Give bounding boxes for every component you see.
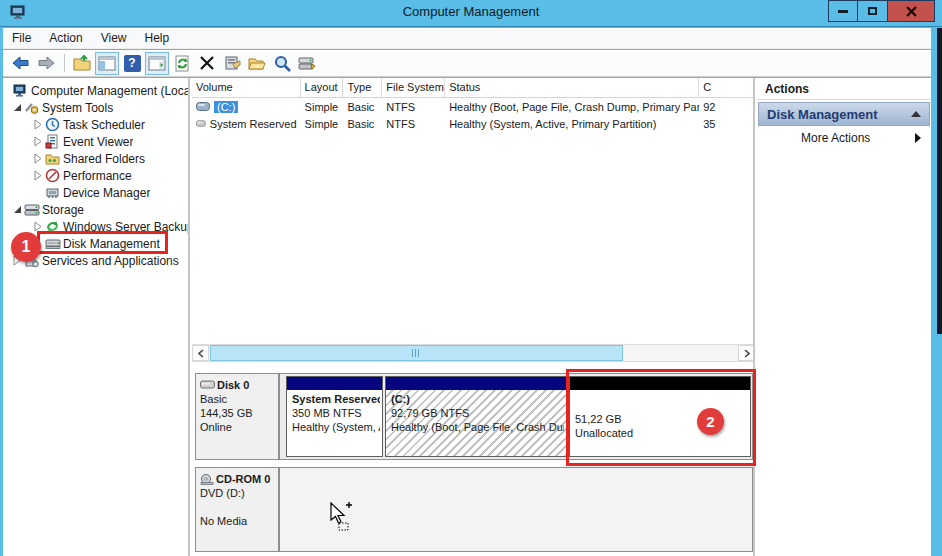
volume-row-c[interactable]: (C:) Simple Basic NTFS Healthy (Boot, Pa… — [192, 98, 753, 115]
collapsed-arrow-icon[interactable] — [31, 136, 45, 147]
column-header-file-system[interactable]: File System — [382, 78, 445, 97]
expanded-arrow-icon[interactable] — [10, 205, 24, 214]
volume-name: System Reserved — [210, 118, 297, 130]
expanded-arrow-icon[interactable] — [10, 103, 24, 112]
volume-status: Healthy (System, Active, Primary Partiti… — [445, 118, 699, 130]
partition-system-reserved[interactable]: System Reserved 350 MB NTFS Healthy (Sys… — [286, 376, 383, 457]
show-console-tree-button[interactable] — [95, 52, 119, 75]
column-header-status[interactable]: Status — [445, 78, 699, 97]
collapsed-arrow-icon[interactable] — [31, 170, 45, 181]
more-actions-item[interactable]: More Actions — [757, 128, 931, 148]
annotation-badge-1: 1 — [11, 232, 41, 262]
device-manager-icon — [45, 185, 63, 200]
volume-status: Healthy (Boot, Page File, Crash Dump, Pr… — [445, 101, 699, 113]
disk-management-toolbar-button[interactable] — [295, 52, 319, 75]
actions-section-disk-management[interactable]: Disk Management — [758, 102, 930, 126]
scroll-left-button[interactable] — [192, 345, 209, 361]
cdrom-status: No Media — [200, 514, 275, 528]
column-header-volume[interactable]: Volume — [192, 78, 301, 97]
menu-file[interactable]: File — [3, 28, 40, 48]
horizontal-scrollbar[interactable] — [192, 344, 755, 362]
disk0-name: Disk 0 — [217, 378, 249, 392]
toolbar-separator — [64, 54, 65, 72]
tree-item-shared-folders[interactable]: Shared Folders — [3, 150, 188, 167]
partition-status: Healthy (Boot, Page File, Crash Dump, Pr… — [391, 420, 564, 434]
search-icon — [274, 55, 291, 72]
properties-icon — [224, 55, 241, 71]
menu-action[interactable]: Action — [40, 28, 91, 48]
delete-icon — [200, 56, 214, 70]
volume-and-disk-pane: Volume Layout Type File System Status C … — [192, 78, 755, 556]
volume-icon — [196, 102, 210, 111]
open-folder-button[interactable] — [245, 52, 269, 75]
disk0-type: Basic — [200, 392, 275, 406]
collapsed-arrow-icon[interactable] — [31, 119, 45, 130]
cdrom-drive-letter: DVD (D:) — [200, 486, 275, 500]
tree-item-event-viewer[interactable]: Event Viewer — [3, 133, 188, 150]
cdrom-label[interactable]: CD-ROM 0 DVD (D:) No Media — [195, 467, 279, 552]
forward-icon — [37, 56, 55, 70]
annotation-badge-2: 2 — [697, 408, 724, 435]
scroll-right-button[interactable] — [738, 345, 755, 361]
partition-color-bar — [287, 377, 382, 390]
tree-item-device-manager[interactable]: Device Manager — [3, 184, 188, 201]
actions-pane: Actions Disk Management More Actions — [757, 78, 931, 556]
refresh-icon — [174, 55, 191, 72]
volume-capacity: 35 — [699, 118, 753, 130]
tree-item-computer-management[interactable]: Computer Management (Local) — [3, 82, 188, 99]
partition-color-bar — [386, 377, 566, 390]
minimize-button[interactable] — [828, 0, 858, 22]
column-header-capacity[interactable]: C — [699, 78, 753, 97]
volume-list-header: Volume Layout Type File System Status C — [192, 78, 753, 98]
task-scheduler-icon — [45, 117, 63, 132]
event-viewer-icon — [45, 134, 63, 149]
volume-row-system-reserved[interactable]: System Reserved Simple Basic NTFS Health… — [192, 115, 753, 132]
disk0-size: 144,35 GB — [200, 406, 275, 420]
forward-button[interactable] — [34, 52, 58, 75]
column-header-type[interactable]: Type — [343, 78, 382, 97]
storage-icon — [24, 202, 42, 217]
show-action-pane-icon — [148, 56, 166, 71]
search-button[interactable] — [270, 52, 294, 75]
maximize-button[interactable] — [858, 0, 888, 22]
help-icon: ? — [124, 55, 141, 72]
actions-section-label: Disk Management — [767, 107, 878, 122]
tree-item-system-tools[interactable]: System Tools — [3, 99, 188, 116]
partition-status: Healthy (System, Active, Primary Partiti… — [292, 420, 380, 434]
refresh-button[interactable] — [170, 52, 194, 75]
delete-button[interactable] — [195, 52, 219, 75]
show-action-pane-button[interactable] — [145, 52, 169, 75]
computer-management-window: Computer Management File Action View Hel… — [0, 0, 942, 556]
annotation-box-2 — [566, 369, 756, 466]
scroll-left-icon — [198, 349, 204, 358]
system-tools-icon — [24, 100, 42, 115]
export-list-button[interactable] — [70, 52, 94, 75]
collapsed-arrow-icon[interactable] — [31, 153, 45, 164]
window-right-border — [937, 28, 942, 334]
back-button[interactable] — [9, 52, 33, 75]
menu-view[interactable]: View — [92, 28, 136, 48]
disk0-label[interactable]: Disk 0 Basic 144,35 GB Online — [195, 373, 279, 460]
computer-icon — [13, 83, 31, 98]
actions-pane-title: Actions — [757, 78, 931, 100]
maximize-icon — [868, 7, 877, 15]
mouse-cursor-icon — [330, 502, 356, 536]
tree-item-task-scheduler[interactable]: Task Scheduler — [3, 116, 188, 133]
partition-c[interactable]: (C:) 92,79 GB NTFS Healthy (Boot, Page F… — [385, 376, 567, 457]
collapse-section-icon[interactable] — [911, 111, 921, 117]
properties-button[interactable] — [220, 52, 244, 75]
menu-help[interactable]: Help — [136, 28, 179, 48]
annotation-box-1 — [37, 231, 168, 254]
performance-icon — [45, 168, 63, 183]
help-button[interactable]: ? — [120, 52, 144, 75]
tree-item-storage[interactable]: Storage — [3, 201, 188, 218]
disk-icon — [200, 380, 215, 390]
close-icon — [906, 6, 917, 17]
column-header-layout[interactable]: Layout — [301, 78, 344, 97]
scrollbar-thumb[interactable] — [210, 345, 623, 361]
close-button[interactable] — [888, 0, 935, 22]
title-bar: Computer Management — [0, 0, 942, 27]
volume-file-system: NTFS — [382, 101, 445, 113]
tree-item-performance[interactable]: Performance — [3, 167, 188, 184]
volume-layout: Simple — [301, 101, 344, 113]
